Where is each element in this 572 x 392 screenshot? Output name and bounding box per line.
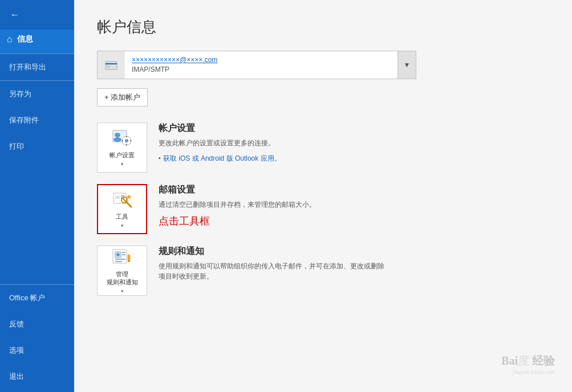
account-info: ××××××××××××@××××.com IMAP/SMTP	[125, 54, 397, 76]
baidu-watermark: Bai度 经验 jingyan.baidu.com	[501, 353, 555, 375]
svg-rect-14	[121, 195, 124, 197]
sidebar-item-save-attachment[interactable]: 保存附件	[0, 107, 74, 133]
mailbox-settings-icon-box[interactable]: 工具 ▾	[97, 184, 147, 234]
add-account-button[interactable]: + 添加帐户	[97, 88, 148, 107]
account-email: ××××××××××××@××××.com	[132, 56, 391, 64]
sidebar-item-save-as[interactable]: 另存为	[0, 81, 74, 107]
main-content: 帐户信息 ××××××××××××@××××.com IMAP/SMTP ▼ +…	[74, 0, 572, 392]
account-settings-icon-label: 帐户设置	[109, 151, 135, 159]
back-icon: ←	[10, 10, 19, 20]
svg-rect-23	[122, 252, 125, 253]
ios-android-link[interactable]: 获取 iOS 或 Android 版 Outlook 应用。	[163, 154, 281, 164]
rules-icon-box[interactable]: 管理 规则和通知 ▾	[97, 246, 147, 296]
home-icon: ⌂	[7, 34, 13, 44]
svg-rect-25	[115, 259, 125, 260]
svg-rect-2	[107, 66, 110, 68]
section-row-mailbox-settings: 工具 ▾ 邮箱设置 通过清空已删除项目并存档，来管理您的邮箱大小。 点击工具框	[97, 184, 549, 234]
mailbox-settings-text: 邮箱设置 通过清空已删除项目并存档，来管理您的邮箱大小。 点击工具框	[159, 184, 549, 228]
section-row-rules: 管理 规则和通知 ▾ 规则和通知 使用规则和通知可以帮助组织你的传入电子邮件，并…	[97, 246, 549, 296]
account-type: IMAP/SMTP	[132, 66, 169, 74]
tools-svg	[111, 190, 133, 210]
rules-title: 规则和通知	[159, 246, 549, 258]
sidebar-spacer	[0, 160, 74, 284]
sidebar-item-options[interactable]: 选项	[0, 337, 74, 364]
account-dropdown[interactable]: ××××××××××××@××××.com IMAP/SMTP ▼	[97, 51, 416, 79]
svg-point-7	[125, 139, 128, 142]
account-settings-title: 帐户设置	[159, 122, 549, 134]
dropdown-arrow[interactable]: ▼	[397, 51, 416, 79]
rules-icon-label: 管理 规则和通知	[107, 270, 138, 287]
rules-svg	[111, 247, 133, 268]
link-prefix-icon: ▪	[159, 154, 161, 161]
back-button[interactable]: ←	[5, 5, 25, 25]
account-settings-icon-box[interactable]: 帐户设置 ▾	[97, 122, 147, 173]
svg-point-5	[113, 137, 121, 142]
sections: 帐户设置 ▾ 帐户设置 更改此帐户的设置或设置更多的连接。 ▪ 获取 iOS 或…	[97, 122, 549, 296]
rules-chevron: ▾	[121, 288, 124, 294]
svg-rect-4	[115, 133, 120, 137]
sidebar-item-print[interactable]: 打印	[0, 133, 74, 160]
baidu-logo: Bai度 经验	[501, 353, 555, 369]
account-settings-chevron: ▾	[121, 161, 124, 167]
account-icon	[98, 51, 125, 79]
svg-rect-13	[115, 195, 120, 199]
tools-icon-label: 工具	[116, 213, 128, 220]
sidebar-info-label: 信息	[17, 34, 33, 44]
account-settings-svg	[111, 128, 133, 149]
rules-desc: 使用规则和通知可以帮助组织你的传入电子邮件，并可在添加、更改或删除项目时收到更新…	[159, 261, 387, 281]
sidebar-item-open-export[interactable]: 打开和导出	[0, 54, 74, 80]
account-settings-desc: 更改此帐户的设置或设置更多的连接。	[159, 138, 387, 148]
svg-point-22	[116, 253, 120, 256]
sidebar-item-office-account[interactable]: Office 帐户	[0, 285, 74, 311]
tools-chevron: ▾	[121, 223, 124, 228]
mailbox-settings-desc: 通过清空已删除项目并存档，来管理您的邮箱大小。	[159, 199, 387, 210]
account-svg-icon	[103, 57, 119, 73]
svg-point-27	[128, 260, 130, 262]
sidebar-info-item[interactable]: ⌂ 信息	[0, 30, 74, 54]
mailbox-settings-title: 邮箱设置	[159, 184, 549, 196]
svg-rect-26	[115, 261, 122, 262]
sidebar-item-feedback[interactable]: 反馈	[0, 311, 74, 337]
page-title: 帐户信息	[97, 17, 549, 37]
highlight-text: 点击工具框	[159, 214, 549, 228]
rules-text: 规则和通知 使用规则和通知可以帮助组织你的传入电子邮件，并可在添加、更改或删除项…	[159, 246, 549, 281]
baidu-url: jingyan.baidu.com	[501, 369, 555, 375]
account-settings-text: 帐户设置 更改此帐户的设置或设置更多的连接。 ▪ 获取 iOS 或 Androi…	[159, 122, 549, 164]
sidebar-bottom: Office 帐户 反馈 选项 退出	[0, 285, 74, 390]
section-row-account-settings: 帐户设置 ▾ 帐户设置 更改此帐户的设置或设置更多的连接。 ▪ 获取 iOS 或…	[97, 122, 549, 173]
sidebar-item-exit[interactable]: 退出	[0, 364, 74, 390]
sidebar: ← ⌂ 信息 打开和导出 另存为 保存附件 打印 Office 帐户 反馈 选项…	[0, 0, 74, 392]
svg-rect-24	[122, 254, 125, 255]
svg-rect-1	[106, 63, 117, 64]
